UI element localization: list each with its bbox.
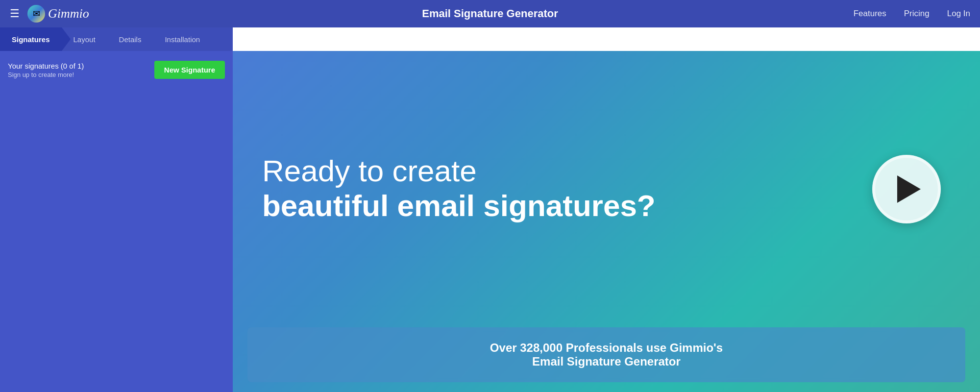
tab-details[interactable]: Details	[107, 27, 153, 51]
new-signature-button[interactable]: New Signature	[154, 61, 225, 79]
top-navbar: ☰ ✉ Gimmio Email Signature Generator Fea…	[0, 0, 980, 27]
nav-links: Features Pricing Log In	[854, 9, 970, 19]
features-link[interactable]: Features	[854, 9, 886, 19]
play-button[interactable]	[872, 155, 941, 223]
stats-banner: Over 328,000 Professionals use Gimmio's …	[247, 327, 965, 382]
login-link[interactable]: Log In	[947, 9, 970, 19]
sidebar-header-row: Your signatures (0 of 1) Sign up to crea…	[8, 61, 225, 79]
hero-line1: Ready to create	[262, 154, 951, 188]
play-icon	[897, 175, 921, 203]
tab-signatures[interactable]: Signatures	[0, 27, 62, 51]
sidebar-info: Your signatures (0 of 1) Sign up to crea…	[8, 62, 84, 78]
tab-installation[interactable]: Installation	[153, 27, 212, 51]
main-content: Ready to create beautiful email signatur…	[233, 51, 980, 392]
pricing-link[interactable]: Pricing	[904, 9, 930, 19]
nav-title-container: Email Signature Generator	[422, 7, 558, 20]
sidebar: Your signatures (0 of 1) Sign up to crea…	[0, 51, 233, 392]
signatures-count: Your signatures (0 of 1)	[8, 62, 84, 70]
tabs-bar: Signatures Layout Details Installation	[0, 27, 233, 51]
banner-line2: Email Signature Generator	[277, 355, 936, 368]
hero-section: Ready to create beautiful email signatur…	[233, 51, 980, 327]
banner-line1: Over 328,000 Professionals use Gimmio's	[277, 341, 936, 355]
logo[interactable]: ✉ Gimmio	[27, 5, 89, 23]
logo-icon: ✉	[27, 5, 45, 23]
signup-prompt: Sign up to create more!	[8, 71, 84, 78]
main-layout: Your signatures (0 of 1) Sign up to crea…	[0, 51, 980, 392]
logo-text: Gimmio	[48, 6, 89, 21]
hamburger-icon[interactable]: ☰	[10, 7, 20, 20]
hero-line2: beautiful email signatures?	[262, 188, 951, 224]
nav-title: Email Signature Generator	[422, 7, 558, 20]
